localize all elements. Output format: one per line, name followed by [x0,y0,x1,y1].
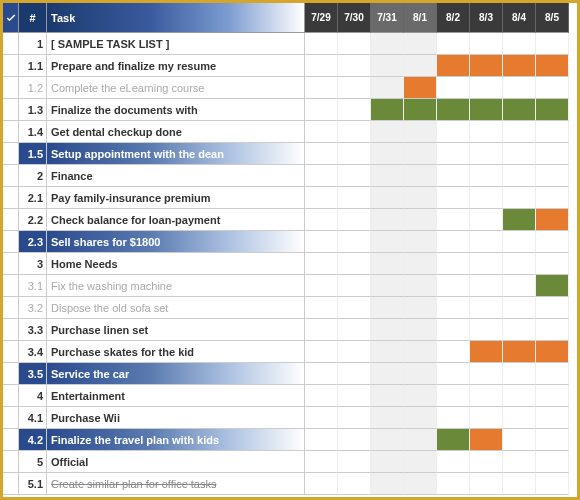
gantt-cell[interactable] [437,385,470,407]
gantt-cell[interactable] [536,429,569,451]
task-name[interactable]: Official [47,451,305,473]
gantt-cell[interactable] [338,407,371,429]
gantt-cell[interactable] [437,451,470,473]
date-column-header[interactable]: 7/31 [371,3,404,33]
check-cell[interactable] [3,451,19,473]
gantt-cell[interactable] [338,253,371,275]
check-cell[interactable] [3,165,19,187]
gantt-cell[interactable] [305,407,338,429]
task-name[interactable]: Create similar plan for office tasks [47,473,305,495]
task-name[interactable]: Service the car [47,363,305,385]
gantt-cell[interactable] [503,297,536,319]
date-column-header[interactable]: 8/3 [470,3,503,33]
row-number[interactable]: 3 [19,253,47,275]
row-number[interactable]: 2 [19,165,47,187]
gantt-cell[interactable] [536,121,569,143]
gantt-cell[interactable] [371,385,404,407]
gantt-cell[interactable] [470,319,503,341]
gantt-cell[interactable] [338,77,371,99]
gantt-cell[interactable] [437,275,470,297]
gantt-cell[interactable] [503,121,536,143]
gantt-cell[interactable] [338,429,371,451]
gantt-cell[interactable] [536,143,569,165]
check-column-header[interactable] [3,3,19,33]
task-name[interactable]: Finance [47,165,305,187]
gantt-cell[interactable] [437,99,470,121]
gantt-cell[interactable] [536,209,569,231]
gantt-cell[interactable] [536,407,569,429]
gantt-cell[interactable] [470,429,503,451]
gantt-cell[interactable] [437,187,470,209]
number-column-header[interactable]: # [19,3,47,33]
row-number[interactable]: 3.1 [19,275,47,297]
gantt-cell[interactable] [404,429,437,451]
gantt-cell[interactable] [404,187,437,209]
row-number[interactable]: 2.1 [19,187,47,209]
gantt-cell[interactable] [404,231,437,253]
row-number[interactable]: 3.5 [19,363,47,385]
gantt-cell[interactable] [470,77,503,99]
gantt-cell[interactable] [404,341,437,363]
gantt-cell[interactable] [338,341,371,363]
gantt-cell[interactable] [371,121,404,143]
check-cell[interactable] [3,363,19,385]
gantt-cell[interactable] [437,209,470,231]
gantt-cell[interactable] [305,55,338,77]
gantt-cell[interactable] [404,99,437,121]
gantt-cell[interactable] [338,297,371,319]
gantt-cell[interactable] [470,385,503,407]
gantt-cell[interactable] [404,33,437,55]
gantt-cell[interactable] [371,407,404,429]
gantt-cell[interactable] [437,253,470,275]
task-name[interactable]: Home Needs [47,253,305,275]
gantt-cell[interactable] [338,121,371,143]
check-cell[interactable] [3,33,19,55]
gantt-cell[interactable] [437,363,470,385]
gantt-cell[interactable] [470,363,503,385]
gantt-cell[interactable] [437,429,470,451]
date-column-header[interactable]: 8/5 [536,3,569,33]
check-cell[interactable] [3,319,19,341]
gantt-cell[interactable] [338,55,371,77]
check-cell[interactable] [3,121,19,143]
gantt-cell[interactable] [371,143,404,165]
task-name[interactable]: Fix the washing machine [47,275,305,297]
gantt-cell[interactable] [470,407,503,429]
gantt-cell[interactable] [536,165,569,187]
gantt-cell[interactable] [536,55,569,77]
gantt-cell[interactable] [338,275,371,297]
gantt-cell[interactable] [503,253,536,275]
gantt-cell[interactable] [338,187,371,209]
gantt-cell[interactable] [338,319,371,341]
gantt-cell[interactable] [371,99,404,121]
gantt-cell[interactable] [338,165,371,187]
gantt-cell[interactable] [338,473,371,495]
gantt-cell[interactable] [503,429,536,451]
gantt-cell[interactable] [470,473,503,495]
check-cell[interactable] [3,143,19,165]
check-cell[interactable] [3,275,19,297]
gantt-cell[interactable] [305,187,338,209]
gantt-cell[interactable] [503,363,536,385]
gantt-cell[interactable] [503,209,536,231]
gantt-cell[interactable] [338,33,371,55]
row-number[interactable]: 5.1 [19,473,47,495]
check-cell[interactable] [3,209,19,231]
row-number[interactable]: 1.5 [19,143,47,165]
gantt-cell[interactable] [437,55,470,77]
row-number[interactable]: 2.3 [19,231,47,253]
gantt-cell[interactable] [404,209,437,231]
gantt-cell[interactable] [338,385,371,407]
gantt-cell[interactable] [470,275,503,297]
gantt-cell[interactable] [470,143,503,165]
gantt-cell[interactable] [503,77,536,99]
gantt-cell[interactable] [305,253,338,275]
gantt-cell[interactable] [536,275,569,297]
date-column-header[interactable]: 7/29 [305,3,338,33]
gantt-cell[interactable] [371,253,404,275]
gantt-cell[interactable] [470,451,503,473]
check-cell[interactable] [3,99,19,121]
check-cell[interactable] [3,429,19,451]
gantt-cell[interactable] [305,99,338,121]
check-cell[interactable] [3,231,19,253]
